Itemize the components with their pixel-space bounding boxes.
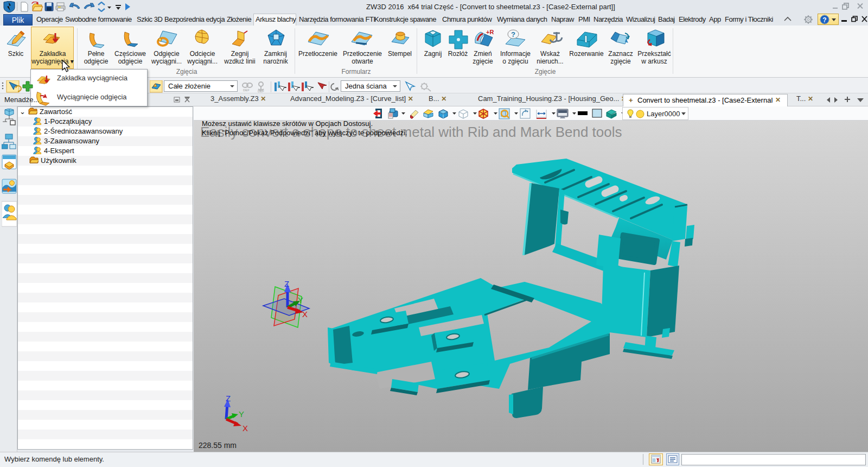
svg-text:+R: +R bbox=[486, 29, 494, 35]
svg-text:?: ? bbox=[511, 30, 515, 39]
svg-text:?: ? bbox=[822, 16, 826, 24]
svg-text:Z: Z bbox=[284, 279, 289, 288]
svg-text:Y: Y bbox=[298, 295, 303, 305]
svg-text:X: X bbox=[242, 424, 248, 433]
svg-text:DEF: DEF bbox=[258, 90, 264, 93]
svg-text:Z: Z bbox=[226, 394, 231, 403]
svg-text:DEF: DEF bbox=[243, 89, 250, 92]
svg-text:X: X bbox=[302, 310, 308, 319]
svg-text:Y: Y bbox=[239, 409, 244, 419]
